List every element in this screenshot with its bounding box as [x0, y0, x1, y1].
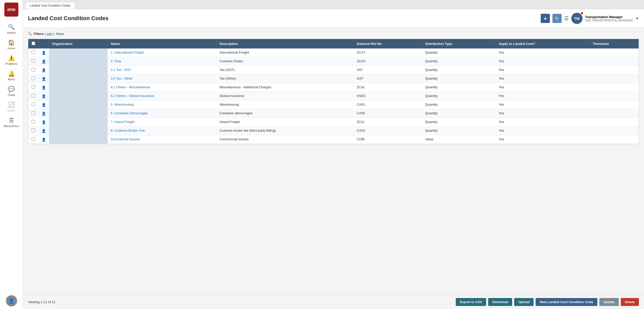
sidebar-item-chats[interactable]: 💬 Chats: [0, 83, 23, 99]
sidebar-item-search[interactable]: 🔍 Search: [0, 21, 23, 37]
row-dist-type: Quantity: [422, 83, 496, 92]
row-checkbox-cell[interactable]: [28, 118, 39, 127]
row-checkbox[interactable]: [32, 85, 35, 89]
row-icon-cell: 👤: [39, 66, 49, 75]
row-name[interactable]: 6. Container Demurrages: [108, 109, 217, 118]
sidebar-item-problems[interactable]: ⚠️ Problems: [0, 52, 23, 68]
filter-paren-close: ):: [53, 32, 56, 36]
row-description: Tax (Other): [217, 75, 354, 83]
row-dist-type: Quantity: [422, 57, 496, 66]
row-checkbox-cell[interactable]: [28, 109, 39, 118]
hamburger-menu-button[interactable]: ☰: [564, 15, 569, 21]
filters-label: Filters: [34, 32, 44, 36]
row-name-link[interactable]: 8. Customs Broker Fee: [111, 129, 145, 132]
row-checkbox[interactable]: [32, 137, 35, 141]
app-logo[interactable]: one: [4, 3, 18, 17]
row-checkbox[interactable]: [32, 51, 35, 54]
row-name-link[interactable]: 4.1 Others - Miscellaneous: [111, 85, 150, 89]
row-checkbox-cell[interactable]: [28, 135, 39, 144]
sidebar-item-menus[interactable]: ☰ Menus/Favs: [0, 115, 23, 130]
row-name[interactable]: 5. Warehousing: [108, 101, 217, 109]
delete-button[interactable]: Delete: [621, 298, 639, 306]
select-all-checkbox[interactable]: [32, 42, 35, 45]
row-name[interactable]: 1. International Freight: [108, 48, 217, 57]
row-checkbox-cell[interactable]: [28, 75, 39, 83]
row-name[interactable]: 2. Duty: [108, 57, 217, 66]
new-code-button[interactable]: New Landed Cost Condition Code: [536, 298, 597, 306]
row-threshold: [590, 109, 639, 118]
row-name[interactable]: Commercial Invoice: [108, 135, 217, 144]
footer: Viewing 1-11 of 11 Export to CSV Downloa…: [23, 295, 644, 309]
row-ext-ref: ZCAC: [354, 57, 422, 66]
user-avatar-small[interactable]: 👤: [6, 295, 17, 306]
row-checkbox-cell[interactable]: [28, 83, 39, 92]
row-name[interactable]: 3.1 Tax - GST: [108, 66, 217, 75]
row-org: [49, 92, 108, 101]
sidebar-item-alerts[interactable]: 🔔 Alerts: [0, 68, 23, 83]
row-ext-ref: ZCA7: [354, 48, 422, 57]
row-checkbox-cell[interactable]: [28, 57, 39, 66]
row-description: Miscellaneous - Additional Charges: [217, 83, 354, 92]
row-name[interactable]: 4.1 Others - Miscellaneous: [108, 83, 217, 92]
filter-paren-open: (: [44, 32, 46, 36]
download-button[interactable]: Download: [488, 298, 512, 306]
row-name[interactable]: 3.2 Tax - Other: [108, 75, 217, 83]
row-checkbox[interactable]: [32, 59, 35, 63]
hamburger-icon: ☰: [564, 16, 569, 21]
row-checkbox[interactable]: [32, 103, 35, 106]
export-csv-button[interactable]: Export to CSV: [456, 298, 486, 306]
row-name[interactable]: 7. Inland Freight: [108, 118, 217, 127]
row-name-link[interactable]: 7. Inland Freight: [111, 120, 135, 124]
filter-edit-link[interactable]: edit: [47, 32, 52, 36]
row-name-link[interactable]: Commercial Invoice: [111, 137, 140, 141]
row-checkbox[interactable]: [32, 77, 35, 80]
user-icon: 👤: [42, 112, 46, 116]
user-dropdown-button[interactable]: ▼: [635, 16, 639, 20]
row-checkbox-cell[interactable]: [28, 101, 39, 109]
row-name-link[interactable]: 6. Container Demurrages: [111, 111, 148, 115]
row-name-link[interactable]: 3.2 Tax - Other: [111, 77, 133, 80]
refresh-button[interactable]: ↻: [552, 14, 562, 23]
row-checkbox[interactable]: [32, 68, 35, 71]
sidebar-item-switch[interactable]: 🔄 Switch: [0, 99, 23, 115]
row-org: [49, 66, 108, 75]
update-button[interactable]: Update: [599, 298, 619, 306]
table-row: 👤 3.1 Tax - GST Tax (GST) VAT Quantity Y…: [28, 66, 639, 75]
row-checkbox-cell[interactable]: [28, 127, 39, 135]
row-name-link[interactable]: 5. Warehousing: [111, 103, 134, 106]
row-org: [49, 118, 108, 127]
sidebar-item-home[interactable]: 🏠 Home: [0, 37, 23, 52]
row-dist-type: Quantity: [422, 127, 496, 135]
row-checkbox-cell[interactable]: [28, 66, 39, 75]
row-checkbox-cell[interactable]: [28, 48, 39, 57]
row-name[interactable]: 4.2 Others - Global insurance: [108, 92, 217, 101]
row-threshold: [590, 101, 639, 109]
th-select-all[interactable]: [28, 39, 39, 48]
row-description: Global insurance: [217, 92, 354, 101]
switch-icon: 🔄: [8, 102, 15, 108]
row-threshold: [590, 66, 639, 75]
tab-landed-cost[interactable]: Landed Cost Condition Codes: [26, 2, 75, 9]
row-dist-type: Quantity: [422, 118, 496, 127]
row-apply: Yes: [496, 92, 589, 101]
row-name[interactable]: 8. Customs Broker Fee: [108, 127, 217, 135]
favorite-button[interactable]: ★: [541, 14, 550, 23]
row-checkbox[interactable]: [32, 120, 35, 123]
row-icon-cell: 👤: [39, 135, 49, 144]
row-apply: Yes: [496, 48, 589, 57]
row-name-link[interactable]: 3.1 Tax - GST: [111, 68, 131, 72]
user-initials-badge: TM: [571, 13, 583, 24]
row-checkbox[interactable]: [32, 111, 35, 115]
row-checkbox-cell[interactable]: [28, 92, 39, 101]
row-checkbox[interactable]: [32, 94, 35, 97]
row-name-link[interactable]: 4.2 Others - Global insurance: [111, 94, 154, 98]
user-icon: 👤: [42, 94, 46, 98]
row-apply: Yes: [496, 57, 589, 66]
row-name-link[interactable]: 1. International Freight: [111, 51, 144, 54]
row-dist-type: Quantity: [422, 109, 496, 118]
row-name-link[interactable]: 2. Duty: [111, 59, 121, 63]
row-apply: Yes: [496, 118, 589, 127]
row-dist-type: Quantity: [422, 101, 496, 109]
row-checkbox[interactable]: [32, 129, 35, 132]
upload-button[interactable]: Upload: [514, 298, 534, 306]
